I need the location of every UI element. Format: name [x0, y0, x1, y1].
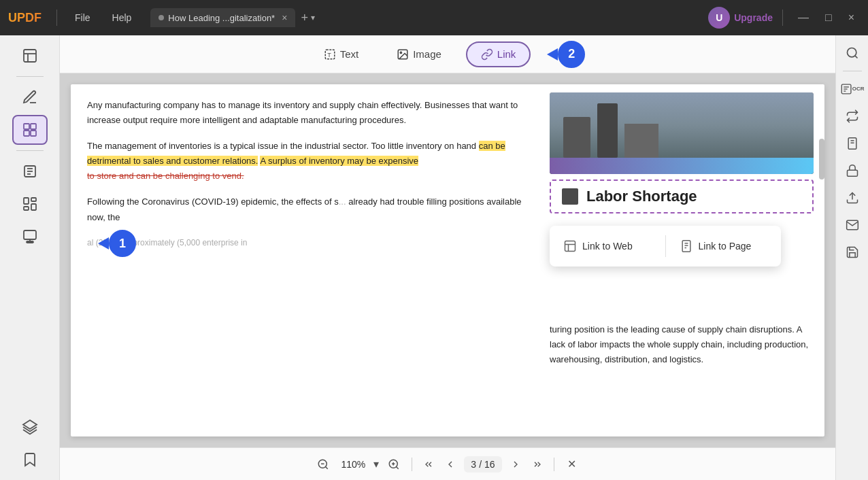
pdf-page: Any manufacturing company has to manage …	[71, 84, 824, 436]
callout-2-arrow	[547, 48, 558, 61]
menu-help[interactable]: Help	[104, 8, 140, 27]
page-number-display: 3 / 16	[464, 456, 501, 473]
title-bar-right: U Upgrade — □ ×	[708, 7, 860, 29]
sidebar-item-edit[interactable]	[12, 115, 48, 145]
svg-rect-0	[24, 50, 36, 62]
svg-rect-11	[24, 198, 29, 204]
divider-2	[782, 10, 783, 26]
svg-rect-12	[31, 198, 36, 201]
sidebar-divider-2	[16, 150, 44, 151]
svg-rect-23	[565, 241, 575, 252]
sidebar-item-bookmark[interactable]	[12, 445, 48, 475]
title-bar: UPDF File Help How Leading ...gitalizati…	[0, 0, 868, 35]
zoom-value: 110%	[338, 459, 368, 470]
ocr-label: OCR	[852, 86, 865, 92]
svg-rect-15	[24, 230, 36, 239]
right-save-icon[interactable]	[840, 240, 865, 264]
right-email-icon[interactable]	[840, 213, 865, 237]
paragraph-2: The management of inventories is a typic…	[87, 139, 522, 184]
sidebar-item-annotate[interactable]	[12, 82, 48, 112]
link-dropdown-menu: Link to Web	[550, 226, 781, 267]
svg-line-29	[326, 466, 328, 468]
right-convert-icon[interactable]	[840, 104, 865, 128]
tab-dot	[158, 15, 164, 20]
image-tool-btn[interactable]: Image	[383, 43, 455, 66]
link-to-web-option[interactable]: Link to Web	[550, 231, 665, 261]
next-page-btn[interactable]	[507, 456, 524, 473]
sidebar-item-organize[interactable]	[12, 189, 48, 219]
link-to-page-label: Link to Page	[699, 241, 752, 252]
link-to-page-option[interactable]: Link to Page	[666, 231, 782, 261]
right-share-icon[interactable]	[840, 186, 865, 210]
image-gradient-bar	[550, 158, 814, 174]
tab-close-btn[interactable]: ×	[282, 12, 287, 23]
svg-rect-44	[847, 170, 857, 176]
page-sep: /	[479, 459, 482, 470]
callout-2-badge: 2	[558, 41, 585, 68]
minimize-btn[interactable]: —	[792, 9, 814, 27]
scroll-handle[interactable]	[819, 139, 824, 179]
maximize-btn[interactable]: □	[820, 9, 837, 27]
prev-page-btn[interactable]	[442, 456, 458, 473]
right-search-icon[interactable]	[840, 41, 865, 65]
sidebar-item-pages[interactable]	[12, 156, 48, 186]
svg-text:T: T	[327, 51, 331, 58]
labor-shortage-box[interactable]: Labor Shortage 3	[550, 179, 814, 213]
tab-area: How Leading ...gitalization* × + ▾	[150, 8, 703, 27]
paragraph-3: Following the Coronavirus (COVID-19) epi…	[87, 194, 522, 224]
svg-point-35	[847, 48, 856, 57]
main-layout: T Text Image Link	[0, 35, 868, 480]
zoom-dropdown-btn[interactable]: ▾	[373, 458, 379, 470]
paragraph-1: Any manufacturing company has to manage …	[87, 98, 522, 128]
bottom-close-btn[interactable]: ✕	[563, 455, 582, 474]
text-tool-label: Text	[340, 48, 359, 60]
callout-1-container: 1	[98, 230, 136, 257]
upgrade-button[interactable]: U Upgrade	[708, 7, 773, 29]
upgrade-label: Upgrade	[734, 12, 773, 23]
sidebar-item-layers[interactable]	[12, 412, 48, 442]
highlight-red-1: to store and can be challenging to vend.	[87, 171, 244, 181]
right-para-1: turing position is the leading cause of …	[550, 322, 814, 367]
bottom-separator-2	[554, 458, 554, 471]
text-tool-btn[interactable]: T Text	[310, 43, 373, 66]
active-tab[interactable]: How Leading ...gitalization* ×	[150, 8, 295, 27]
tab-label: How Leading ...gitalization*	[168, 13, 275, 23]
right-protect-icon[interactable]	[840, 131, 865, 156]
divider-1	[56, 10, 57, 26]
right-divider-1	[843, 71, 862, 71]
zoom-in-btn[interactable]	[384, 455, 403, 474]
link-tool-btn[interactable]: Link	[466, 41, 531, 67]
edit-toolbar: T Text Image Link	[60, 35, 835, 73]
image-tool-label: Image	[413, 48, 441, 60]
tab-dropdown-btn[interactable]: ▾	[311, 13, 315, 22]
sidebar-item-viewer[interactable]	[12, 41, 48, 71]
sidebar-divider-1	[16, 76, 44, 77]
callout-1-arrow	[98, 237, 109, 250]
right-ocr-icon[interactable]: OCR	[840, 77, 865, 101]
menu-file[interactable]: File	[67, 8, 99, 27]
paragraph-4: al (2023), approximately (5,000 enterpri…	[87, 236, 522, 250]
zoom-out-btn[interactable]	[314, 455, 333, 474]
sidebar-item-stamp[interactable]	[12, 222, 48, 252]
close-window-btn[interactable]: ×	[843, 9, 860, 27]
labor-icon	[562, 188, 578, 205]
svg-rect-13	[31, 204, 36, 210]
content-area: T Text Image Link	[60, 35, 835, 480]
svg-rect-6	[31, 131, 36, 136]
last-page-btn[interactable]	[529, 456, 546, 473]
link-tool-label: Link	[497, 48, 516, 60]
page-total: 16	[484, 459, 495, 470]
user-avatar: U	[708, 7, 730, 29]
highlight-yellow-2: A surplus of inventory may be expensive	[260, 156, 418, 166]
svg-rect-4	[31, 124, 36, 129]
first-page-btn[interactable]	[420, 456, 437, 473]
tab-add-btn[interactable]: +	[301, 11, 308, 25]
right-lock-icon[interactable]	[840, 158, 865, 183]
svg-rect-3	[24, 124, 29, 129]
svg-rect-5	[24, 131, 29, 136]
page-right-column: Labor Shortage 3	[539, 84, 824, 436]
svg-point-22	[400, 52, 401, 53]
svg-line-36	[854, 56, 857, 58]
labor-shortage-container: Labor Shortage 3	[550, 179, 814, 213]
svg-line-32	[397, 466, 399, 468]
